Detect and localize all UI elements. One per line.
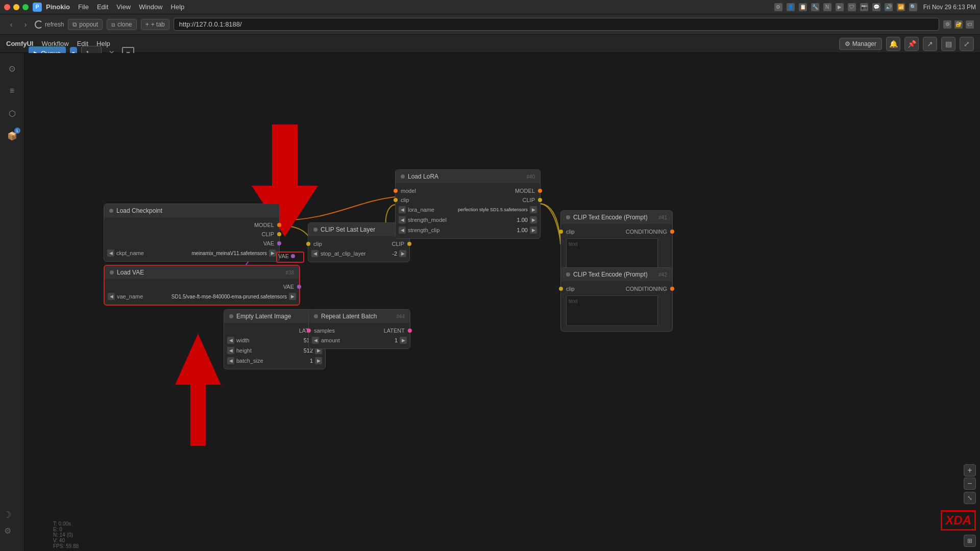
bell-btn[interactable]: 🔔 [886, 37, 900, 51]
load-lora-node: Load LoRA #40 model MODEL clip CLIP ◀ lo… [395, 169, 541, 239]
node-dot-clip41 [566, 215, 570, 219]
browser-sys-1: ⚙ [943, 20, 951, 29]
lora-name-label: lora_name [408, 207, 456, 213]
model-output-label: MODEL [254, 222, 274, 228]
batch-row: ◀ batch_size 1 ▶ [224, 356, 325, 366]
stop-next-btn[interactable]: ▶ [399, 250, 406, 257]
menu-file[interactable]: File [78, 3, 89, 11]
left-sidebar: ⊙ ≡ ⬡ 📦 1 ☽ ⚙ [0, 53, 24, 551]
maximize-btn[interactable]: ⤢ [960, 37, 974, 51]
clone-icon: ⧈ [111, 21, 115, 28]
clip41-out-label: CONDITIONING [626, 229, 667, 235]
settings-icon[interactable]: ⚙ [4, 526, 11, 536]
stat-v: V: 40 [53, 538, 79, 543]
str-model-value: 1.00 [516, 217, 528, 223]
new-tab-btn[interactable]: + + tab [141, 19, 169, 30]
clip42-text-placeholder: text [569, 298, 578, 304]
strength-model-row: ◀ strength_model 1.00 ▶ [396, 215, 540, 225]
app-icon: P [33, 3, 42, 12]
menu-help[interactable]: Help [171, 3, 185, 11]
str-model-prev[interactable]: ◀ [399, 216, 406, 223]
batch-prev[interactable]: ◀ [227, 357, 234, 364]
manager-btn[interactable]: ⚙ Manager [839, 38, 882, 50]
popout-icon: ⧉ [72, 21, 77, 28]
vae-inline-label: VAE [278, 253, 289, 259]
popout-btn[interactable]: ⧉ popout [68, 19, 103, 30]
menu-edit[interactable]: Edit [97, 3, 108, 11]
vae-prev-btn[interactable]: ◀ [108, 293, 115, 300]
vae-next-btn[interactable]: ▶ [289, 293, 296, 300]
stat-e: E: 0 [53, 527, 79, 532]
clone-btn[interactable]: ⧈ clone [107, 19, 137, 30]
sidebar-btn[interactable]: ▤ [941, 37, 955, 51]
moon-icon[interactable]: ☽ [3, 509, 11, 520]
lora-next-btn[interactable]: ▶ [530, 206, 537, 213]
menu-view[interactable]: View [116, 3, 131, 11]
sys-icon-10: 🔊 [885, 3, 893, 11]
clip41-text-area[interactable]: text [566, 238, 658, 269]
str-clip-next[interactable]: ▶ [530, 227, 537, 234]
load-vae-body: VAE ◀ vae_name SD1.5/vae-ft-mse-840000-e… [105, 279, 299, 305]
sys-icon-1: ⚙ [774, 3, 782, 11]
vae-out-label: VAE [283, 284, 294, 290]
ckpt-next-btn[interactable]: ▶ [269, 249, 276, 257]
fullscreen-canvas-btn[interactable]: ⤡ [964, 492, 976, 504]
clip-input-port [306, 242, 310, 246]
bottom-right-controls: + − ⤡ XDA ⊞ [941, 464, 976, 547]
titlebar-menu: File Edit View Window Help [78, 3, 184, 11]
clip-text-42-id: #42 [658, 272, 667, 278]
node-dot-lora [401, 174, 405, 179]
back-btn[interactable]: ‹ [6, 19, 16, 30]
lora-clip-out-port [538, 198, 542, 202]
amount-row: ◀ amount 1 ▶ [309, 335, 410, 345]
latent-out-port-2 [408, 329, 412, 333]
share-btn[interactable]: ↗ [923, 37, 937, 51]
reload-btn[interactable]: refresh [35, 20, 64, 29]
clip42-text-area[interactable]: text [566, 295, 658, 326]
canvas: Load Checkpoint MODEL CLIP VAE ◀ ckpt_na… [24, 53, 980, 551]
titlebar-right: ⚙ 👤 📋 🔧 N ▶ 🛡 📷 💬 🔊 📶 🔍 Fri Nov 29 6:13 … [774, 3, 976, 11]
stop-label: stop_at_clip_layer [321, 251, 383, 257]
load-vae-node: Load VAE #38 VAE ◀ vae_name SD1.5/vae-ft… [104, 265, 300, 306]
zoom-in-btn[interactable]: + [964, 464, 976, 477]
height-prev[interactable]: ◀ [227, 347, 234, 354]
lora-model-row: model MODEL [396, 186, 540, 195]
url-bar[interactable] [174, 18, 939, 31]
pin-btn[interactable]: 📌 [904, 37, 919, 51]
fullscreen-window-btn[interactable] [22, 4, 29, 10]
repeat-latent-title: Repeat Latent Batch [321, 313, 377, 320]
lora-prev-btn[interactable]: ◀ [399, 206, 406, 213]
zoom-out-btn[interactable]: − [964, 478, 976, 490]
minimize-window-btn[interactable] [13, 4, 19, 10]
str-clip-prev[interactable]: ◀ [399, 227, 406, 234]
stop-prev-btn[interactable]: ◀ [311, 250, 318, 257]
close-window-btn[interactable] [4, 4, 10, 10]
xda-text: XDA [945, 513, 971, 528]
arrow-up [167, 334, 229, 446]
plus-icon: + [145, 21, 149, 28]
amount-value: 1 [385, 337, 398, 343]
node-dot-clip-set [313, 228, 317, 232]
load-lora-title: Load LoRA [408, 173, 438, 180]
tab-label: + tab [151, 21, 165, 28]
sidebar-cube[interactable]: ⬡ [5, 106, 19, 120]
batch-value: 1 [301, 358, 313, 364]
clip41-in-port [559, 230, 563, 234]
str-model-next[interactable]: ▶ [530, 216, 537, 223]
amount-next[interactable]: ▶ [400, 337, 407, 344]
forward-btn[interactable]: › [20, 19, 31, 30]
sidebar-package[interactable]: 📦 1 [5, 129, 19, 143]
clip-text-41-title: CLIP Text Encode (Prompt) [573, 214, 648, 221]
menu-window[interactable]: Window [139, 3, 162, 11]
clip42-out-port [670, 287, 674, 291]
browser-sys-3: 🏷 [966, 20, 974, 29]
batch-next[interactable]: ▶ [315, 357, 322, 364]
sidebar-history[interactable]: ⊙ [5, 61, 19, 76]
clip42-in-port [559, 287, 563, 291]
zoom-controls: + − [964, 464, 976, 490]
fit-view-btn[interactable]: ⊞ [964, 535, 976, 547]
width-prev[interactable]: ◀ [227, 337, 234, 344]
amount-prev[interactable]: ◀ [312, 337, 319, 344]
ckpt-prev-btn[interactable]: ◀ [107, 249, 114, 257]
sidebar-list[interactable]: ≡ [5, 84, 19, 98]
